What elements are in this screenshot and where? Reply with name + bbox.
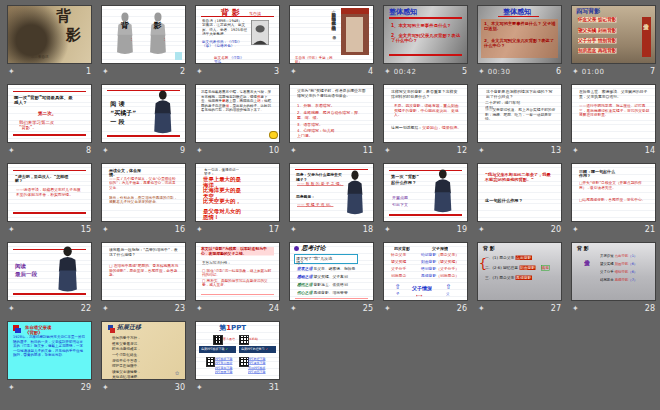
transition-star-icon[interactable]: ✦ (8, 226, 15, 234)
slide-thumbnail[interactable]: 思考讨论课文写了“我”几次流泪？悲哀之泪 见父亲、睹家境、想祖母感动之泪 望父买… (289, 242, 374, 301)
transition-star-icon[interactable]: ✦ (572, 147, 579, 155)
slide-text: 父子情深 (643, 20, 649, 54)
transition-star-icon[interactable]: ✦ (102, 226, 109, 234)
slide-text: 本文以“背影”为线索，以车站送别为中心，表现深挚的父子之情。 (201, 247, 274, 256)
slide-thumbnail[interactable]: 背影一篇动千秋，浦口当年惜别情。手泽犹存人已远，清风朗月念平生。朱自清朱自清《背… (289, 5, 374, 64)
slide-text: 主旨与写法归纳： (202, 261, 231, 265)
transition-star-icon[interactable]: ✦ (572, 305, 579, 313)
transition-star-icon[interactable]: ✦ (290, 305, 297, 313)
slide-info-row: ✦16 (101, 222, 186, 237)
slide-thumbnail[interactable]: 背 影朱自清朱自清（1898—1948），字佩弦，江苏扬州人。散文家、诗人、学者… (195, 5, 280, 64)
slide-thumbnail[interactable]: 整体感知1、本文写的主要事件是什么？2、全文共写到父亲几次背影？表达了什么中心？ (383, 5, 468, 64)
text-run: 刻画背影 (615, 262, 629, 266)
transition-star-icon[interactable]: ✦ (102, 305, 109, 313)
slide-number: 13 (551, 146, 561, 155)
transition-star-icon[interactable]: ✦ (8, 305, 15, 313)
transition-star-icon[interactable]: ✦ (384, 226, 391, 234)
slide-thumbnail[interactable]: 背 影{一、(1) 思念父亲 点出背影二、(2-6) 回忆往事 刻画背影三、(7… (477, 242, 562, 301)
text-run: 刻画背影 (519, 265, 535, 270)
transition-star-icon[interactable]: ✦ (478, 147, 485, 155)
transition-star-icon[interactable]: ✦ (196, 226, 203, 234)
slide-thumbnail[interactable]: 背影：： (101, 5, 186, 64)
slide-thumbnail[interactable]: 哪一次“背影”写得最具体、最感人？第二次。我们来学习第二次“背影”。 (7, 84, 92, 143)
slide-thumbnail[interactable]: 思考：父亲为什么坚持去买橘子？—— 殷 殷 的 爱 子 之 情。思考题是：—— … (289, 163, 374, 222)
question-text: 1、本文写的主要事件是什么？ 父子浦口送别。 (484, 21, 555, 31)
transition-star-icon[interactable]: ✦ (8, 384, 15, 392)
slide-text: 父子分手 惜别背影（6） (600, 270, 653, 274)
slide-thumbnail[interactable]: 整体感知1、本文写的主要事件是什么？ 父子浦口送别。2、全文共写到父亲几次背影？… (477, 5, 562, 64)
slide-thumbnail[interactable]: 在祖母去世、家境惨淡、父亲赋闲的日子里，父亲执意亲自送行。——送行中嘱托茶房、拣… (571, 84, 656, 143)
transition-star-icon[interactable]: ✦ (8, 147, 15, 155)
transition-star-icon[interactable]: ✦ (290, 147, 297, 155)
slide-cell: 背影一篇动千秋，浦口当年惜别情。手泽犹存人已远，清风朗月念平生。朱自清朱自清《背… (289, 5, 374, 79)
slide-thumbnail[interactable]: 这个背影是在怎样的情况下出现的？写出了什么特点？二十岁时，浦口车站送别。——父亲… (477, 84, 562, 143)
transition-star-icon[interactable]: ✦ (102, 68, 109, 76)
slide-number: 20 (551, 225, 561, 234)
rehearsal-time: 00:42 (394, 68, 417, 76)
transition-star-icon[interactable]: ✦ (102, 384, 109, 392)
slide-thumbnail[interactable]: 品读全文，体会深情。——买了几个橘子回来，父亲“心里很轻松似的”：为儿子做事，再… (101, 163, 186, 222)
slide-info-row: ✦2 (101, 64, 186, 79)
slide-thumbnail[interactable]: 本文以“背影”为线索，以车站送别为中心，表现深挚的父子之情。主旨与写法归纳：□ … (195, 242, 280, 301)
slide-thumbnail[interactable]: 阅读 最后一段 (7, 242, 92, 301)
slide-text: 1、外貌、衣着描写。 (297, 104, 335, 108)
slide-thumbnail[interactable]: 第1PPT官方微信手机站免费PPT模板下载 ✔免费PPT教程学习 ✔PPT模板下… (195, 321, 280, 380)
slide-cell: 这样写父亲的背影，是否重复？这样安排材料的好处是什么？不是。四次背影，详略有致，… (383, 84, 468, 158)
transition-star-icon[interactable]: ✦ (102, 147, 109, 155)
slide-number: 7 (650, 67, 655, 76)
slide-info-row: ✦13 (477, 143, 562, 158)
slide-thumbnail[interactable]: 回顾：哪一句起什么作用？□开头“背影”总领全文（开篇点题的作用），吸引读者关注。… (571, 163, 656, 222)
slide-text: 朱自清 (249, 11, 261, 16)
slide-number: 26 (457, 304, 467, 313)
transition-star-icon[interactable]: ✦ (572, 68, 579, 76)
slide-number: 11 (363, 146, 373, 155)
slide-cell: 背 影父子情深开篇设疑 点出背影（1）望父买橘 刻画背影（6）父子分手 惜别背影… (571, 242, 656, 316)
transition-star-icon[interactable]: ✦ (8, 68, 15, 76)
slide-thumbnail[interactable]: 我看见他戴着黑布小帽，穿着黑布大马褂，深青布棉袍，蹒跚地走到铁道边，慢慢探身下去… (195, 84, 280, 143)
slide-thumbnail[interactable]: 第一次 “背影” 起什么作用？开篇点题引出下文 (383, 163, 468, 222)
transition-star-icon[interactable]: ✦ (384, 147, 391, 155)
slide-thumbnail[interactable]: 阅 读 “买橘子” 一 段 (101, 84, 186, 143)
transition-star-icon[interactable]: ✦ (290, 68, 297, 76)
slide-text: 线索 (541, 265, 550, 270)
transition-star-icon[interactable]: ✦ (196, 384, 203, 392)
slide-thumbnail[interactable]: 这样写父亲的背影，是否重复？这样安排材料的好处是什么？不是。四次背影，详略有致，… (383, 84, 468, 143)
transition-star-icon[interactable]: ✦ (478, 305, 485, 313)
slide-thumbnail[interactable]: 四写背影怀念父亲 惦记背影望父买橘 刻画背影父子分手 惜别背影别后思念 再现背影… (571, 5, 656, 64)
slide-cell: 背 影朱自清朱自清（1898—1948），字佩弦，江苏扬州人。散文家、诗人、学者… (195, 5, 280, 79)
slide-cell: 整体感知1、本文写的主要事件是什么？2、全文共写到父亲几次背影？表达了什么中心？… (383, 5, 468, 79)
slide-text: 望父买橘 刻画背影（6） (600, 262, 653, 266)
slide-thumbnail[interactable]: 背 影父子情深开篇设疑 点出背影（1）望父买橘 刻画背影（6）父子分手 惜别背影… (571, 242, 656, 301)
slide-text: 引出下文 (392, 202, 408, 207)
rule-line (389, 54, 462, 56)
text-run: 一、(1) 思念父亲 (485, 255, 516, 260)
transition-star-icon[interactable]: ✦ (572, 226, 579, 234)
slide-thumbnail[interactable]: 背影——朱自清 (7, 5, 92, 64)
slide-thumbnail[interactable]: 四次背影父子深情怀念父亲望父买橘父子分手别后思念惦记背影（思念父亲）刻画背影（望… (383, 242, 468, 301)
slide-thumbnail[interactable]: 有一句话，值得你记一辈子：世界上最大的是海洋，比海洋更大的是天空，比天空更大的，… (195, 163, 280, 222)
slide-text: 官方微信 (223, 337, 235, 340)
slide-thumbnail[interactable]: “进去吧，里边没人。”怎样理解？——话语平淡，却藏着父亲对儿子无微不至的体贴与不… (7, 163, 92, 222)
slide-thumbnail[interactable]: 拓展迁移世间的爱千万种， 惟有父爱最深沉。 时光流逝情难老， 一个背影忆终生。 … (101, 321, 186, 380)
text-run: 再现背影 (421, 273, 436, 278)
transition-star-icon[interactable]: ✦ (384, 68, 391, 76)
transition-star-icon[interactable]: ✦ (290, 226, 297, 234)
slide-text: 别后思念 再现背影 (578, 48, 616, 53)
slide-thumbnail[interactable]: 父亲为“我”买橘子时，作者是从哪些方面描写父亲的？请找出语句体会。1、外貌、衣着… (289, 84, 374, 143)
slide-text: 阅 读 “买橘子” 一 段 (110, 99, 136, 126)
rule-line (13, 293, 86, 295)
slide-text: 阅读 最后一段 (15, 262, 37, 278)
transition-star-icon[interactable]: ✦ (196, 68, 203, 76)
slide-thumbnail[interactable]: “我与父亲不相见已二年余了，我最不能忘记的是他的背影。”这一句起什么作用？ (477, 163, 562, 222)
slide-cell: 读完最后一段想想：“晶莹的泪光中”，表达了什么感情？□ 在泪光中再现“肥胖的、青… (101, 242, 186, 316)
transition-star-icon[interactable]: ✦ (196, 147, 203, 155)
transition-star-icon[interactable]: ✦ (478, 68, 485, 76)
slide-number: 23 (175, 304, 185, 313)
slide-thumbnail[interactable]: 朱自清父亲读《背影》1928年，我家已搬到扬州东关街仁丰里一所简陋的屋子。秋日的… (7, 321, 92, 380)
slide-thumbnail[interactable]: 读完最后一段想想：“晶莹的泪光中”，表达了什么感情？□ 在泪光中再现“肥胖的、青… (101, 242, 186, 301)
slide-cell: 在祖母去世、家境惨淡、父亲赋闲的日子里，父亲执意亲自送行。——送行中嘱托茶房、拣… (571, 84, 656, 158)
transition-star-icon[interactable]: ✦ (384, 305, 391, 313)
slide-text: 开篇设疑 点出背影（1） (600, 254, 653, 258)
transition-star-icon[interactable]: ✦ (196, 305, 203, 313)
transition-star-icon[interactable]: ✦ (478, 226, 485, 234)
